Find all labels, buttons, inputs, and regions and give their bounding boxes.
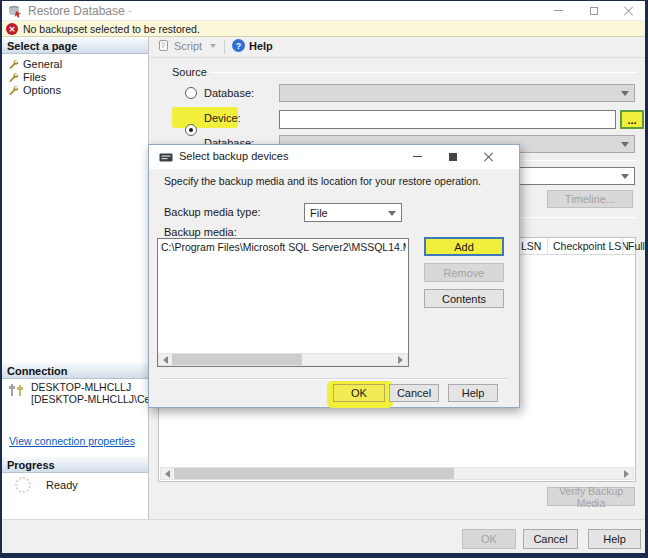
toolbar-separator bbox=[224, 40, 225, 54]
dialog-help-button[interactable]: Help bbox=[448, 384, 498, 402]
media-type-dropdown[interactable]: File bbox=[304, 203, 402, 222]
dialog-description: Specify the backup media and its locatio… bbox=[164, 175, 481, 187]
minimize-icon bbox=[413, 156, 422, 157]
maximize-icon bbox=[590, 7, 598, 15]
dialog-close-button[interactable] bbox=[473, 147, 505, 166]
backup-device-icon bbox=[159, 153, 173, 162]
progress-status: Ready bbox=[46, 479, 78, 491]
source-database-radio[interactable] bbox=[185, 87, 197, 99]
warning-bar: ✕ No backupset selected to be restored. bbox=[2, 21, 645, 37]
connection-header: Connection bbox=[2, 362, 148, 379]
chevron-down-icon bbox=[388, 211, 396, 216]
close-button[interactable] bbox=[613, 1, 645, 20]
source-group-line bbox=[210, 72, 637, 73]
restore-database-window: Restore Database - ✕ No backupset select… bbox=[0, 0, 648, 558]
help-button-footer[interactable]: Help bbox=[588, 529, 641, 549]
dialog-ok-button[interactable]: OK bbox=[333, 384, 385, 402]
sidebar-item-label: Files bbox=[23, 71, 46, 83]
browse-devices-button[interactable]: ... bbox=[620, 110, 644, 129]
view-connection-properties-link[interactable]: View connection properties bbox=[9, 435, 135, 447]
script-icon bbox=[158, 39, 170, 52]
contents-button[interactable]: Contents bbox=[424, 289, 504, 308]
source-database-dropdown[interactable] bbox=[279, 84, 635, 102]
toolbar: Script ? Help bbox=[150, 37, 645, 58]
scroll-right-icon[interactable] bbox=[398, 356, 403, 364]
app-icon bbox=[8, 4, 22, 18]
media-list-label: Backup media: bbox=[164, 226, 237, 238]
chevron-down-icon bbox=[621, 91, 629, 96]
source-device-radio[interactable] bbox=[185, 124, 197, 136]
source-database-radio-label[interactable]: Database: bbox=[204, 87, 254, 99]
backup-media-listbox[interactable]: C:\Program Files\Microsoft SQL Server2\M… bbox=[157, 238, 409, 367]
connection-server: DESKTOP-MLHCLLJ bbox=[31, 381, 131, 393]
grid-header-full-lsn[interactable]: Full LS bbox=[628, 240, 648, 252]
script-button[interactable]: Script bbox=[158, 39, 216, 52]
sidebar-item-label: Options bbox=[23, 84, 61, 96]
close-icon bbox=[484, 152, 494, 162]
sidebar-item-general[interactable]: General bbox=[8, 58, 62, 70]
dialog-cancel-button[interactable]: Cancel bbox=[389, 384, 439, 402]
dialog-title-bar: Select backup devices bbox=[149, 145, 519, 169]
maximize-icon bbox=[449, 153, 457, 161]
remove-button[interactable]: Remove bbox=[424, 263, 504, 282]
sidebar: Select a page General Files Options Conn… bbox=[2, 37, 149, 519]
cancel-button[interactable]: Cancel bbox=[523, 529, 578, 549]
wrench-icon bbox=[8, 85, 18, 95]
add-button[interactable]: Add bbox=[424, 237, 504, 256]
connection-user: [DESKTOP-MLHCLLJ\Celal] bbox=[31, 393, 164, 405]
chevron-down-icon bbox=[621, 142, 629, 147]
progress-spinner-icon bbox=[15, 477, 31, 493]
grid-header-separator bbox=[622, 238, 623, 255]
verify-backup-media-button[interactable]: Verify Backup Media bbox=[547, 487, 635, 506]
wrench-icon bbox=[8, 72, 18, 82]
select-a-page-header: Select a page bbox=[2, 37, 148, 54]
minimize-icon bbox=[554, 10, 563, 11]
window-title: Restore Database bbox=[28, 4, 125, 18]
ok-button[interactable]: OK bbox=[462, 529, 516, 549]
device-path-input[interactable] bbox=[279, 110, 616, 129]
scrollbar-thumb[interactable] bbox=[174, 468, 454, 479]
media-type-label: Backup media type: bbox=[164, 206, 261, 218]
maximize-button[interactable] bbox=[578, 1, 610, 20]
source-legend: Source bbox=[172, 66, 207, 78]
scroll-right-icon[interactable] bbox=[624, 470, 629, 478]
warning-text: No backupset selected to be restored. bbox=[23, 23, 200, 35]
script-dropdown-caret[interactable] bbox=[210, 44, 216, 48]
chevron-down-icon bbox=[621, 174, 629, 179]
progress-header: Progress bbox=[2, 456, 148, 473]
dialog-title: Select backup devices bbox=[179, 150, 288, 162]
grid-header-separator bbox=[547, 238, 548, 255]
wrench-icon bbox=[8, 59, 18, 69]
close-icon bbox=[624, 6, 634, 16]
sidebar-item-options[interactable]: Options bbox=[8, 84, 61, 96]
media-list-item[interactable]: C:\Program Files\Microsoft SQL Server2\M… bbox=[158, 239, 406, 253]
script-label: Script bbox=[174, 40, 202, 52]
dialog-minimize-button[interactable] bbox=[401, 147, 433, 166]
timeline-button[interactable]: Timeline... bbox=[547, 190, 633, 208]
sidebar-item-files[interactable]: Files bbox=[8, 71, 46, 83]
grid-header-lsn[interactable]: LSN bbox=[521, 240, 541, 252]
grid-header-checkpoint-lsn[interactable]: Checkpoint LSN bbox=[553, 240, 629, 252]
minimize-button[interactable] bbox=[542, 1, 574, 20]
connection-icon bbox=[9, 383, 26, 398]
help-icon: ? bbox=[232, 39, 245, 52]
select-backup-devices-dialog: Select backup devices Specify the backup… bbox=[148, 144, 520, 408]
scroll-left-icon[interactable] bbox=[163, 356, 168, 364]
error-icon: ✕ bbox=[6, 23, 18, 35]
media-type-value: File bbox=[310, 207, 328, 219]
help-button[interactable]: ? Help bbox=[232, 39, 273, 52]
scrollbar-thumb[interactable] bbox=[172, 354, 302, 365]
list-horizontal-scrollbar[interactable] bbox=[158, 353, 408, 366]
grid-horizontal-scrollbar[interactable] bbox=[160, 467, 634, 480]
help-label: Help bbox=[249, 40, 273, 52]
title-bar: Restore Database - bbox=[2, 1, 645, 21]
window-title-suffix: - bbox=[128, 4, 132, 18]
scroll-left-icon[interactable] bbox=[165, 470, 170, 478]
dialog-footer-divider bbox=[159, 378, 509, 380]
sidebar-item-label: General bbox=[23, 58, 62, 70]
source-device-radio-label[interactable]: Device: bbox=[204, 112, 241, 124]
footer-bar: OK Cancel Help bbox=[2, 519, 645, 553]
dialog-maximize-button[interactable] bbox=[437, 147, 469, 166]
